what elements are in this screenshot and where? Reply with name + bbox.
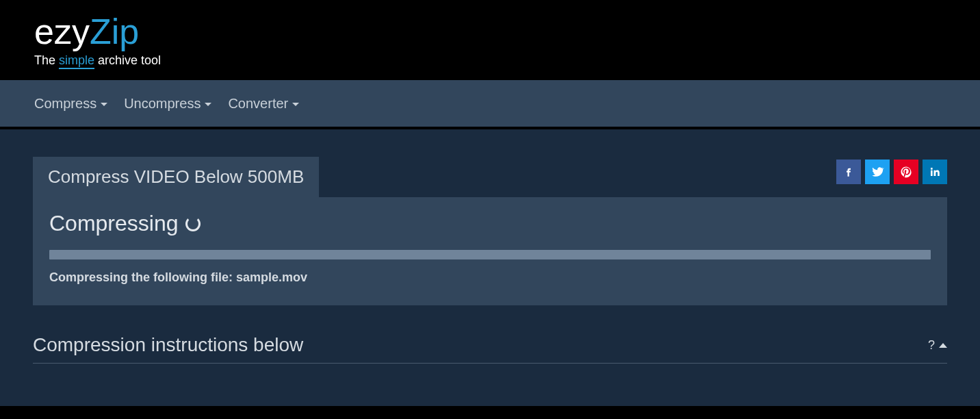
compression-title-text: Compressing — [49, 211, 179, 236]
nav-uncompress[interactable]: Uncompress — [124, 96, 211, 112]
tagline-post: archive tool — [94, 53, 161, 67]
tagline-pre: The — [34, 53, 59, 67]
linkedin-icon — [929, 166, 941, 178]
chevron-down-icon — [292, 103, 299, 106]
facebook-icon — [842, 166, 855, 178]
help-icon: ? — [928, 338, 935, 353]
nav-converter-label: Converter — [228, 96, 288, 112]
twitter-share-button[interactable] — [865, 160, 890, 184]
spinner-icon — [185, 216, 201, 231]
logo-text-ezy: ezy — [34, 12, 90, 51]
chevron-down-icon — [205, 103, 211, 106]
tagline: The simple archive tool — [34, 53, 980, 68]
page-tab-label: Compress VIDEO Below 500MB — [48, 166, 304, 187]
page-tab: Compress VIDEO Below 500MB — [33, 157, 319, 197]
logo-text-zip: Zip — [90, 12, 139, 51]
pinterest-share-button[interactable] — [894, 160, 918, 184]
main-nav: Compress Uncompress Converter — [0, 80, 980, 127]
facebook-share-button[interactable] — [836, 160, 861, 184]
social-share-row — [836, 157, 947, 184]
tagline-simple: simple — [59, 53, 94, 69]
nav-compress-label: Compress — [34, 96, 96, 112]
pinterest-icon — [900, 166, 912, 178]
instructions-title: Compression instructions below — [33, 334, 303, 356]
instructions-header: Compression instructions below ? — [33, 334, 947, 364]
chevron-up-icon — [939, 343, 947, 348]
instructions-toggle[interactable]: ? — [928, 338, 947, 353]
content-area: Compress VIDEO Below 500MB Compressing C… — [0, 129, 980, 406]
nav-uncompress-label: Uncompress — [124, 96, 201, 112]
top-row: Compress VIDEO Below 500MB — [33, 129, 947, 197]
site-header: ezyZip The simple archive tool — [0, 0, 980, 80]
compression-card: Compressing Compressing the following fi… — [33, 197, 947, 305]
compression-status-title: Compressing — [49, 211, 931, 236]
twitter-icon — [871, 165, 884, 179]
compression-status-text: Compressing the following file: sample.m… — [49, 270, 931, 285]
nav-converter[interactable]: Converter — [228, 96, 299, 112]
chevron-down-icon — [101, 103, 107, 106]
nav-compress[interactable]: Compress — [34, 96, 107, 112]
progress-bar — [49, 250, 931, 259]
linkedin-share-button[interactable] — [923, 160, 947, 184]
logo[interactable]: ezyZip — [34, 14, 980, 49]
